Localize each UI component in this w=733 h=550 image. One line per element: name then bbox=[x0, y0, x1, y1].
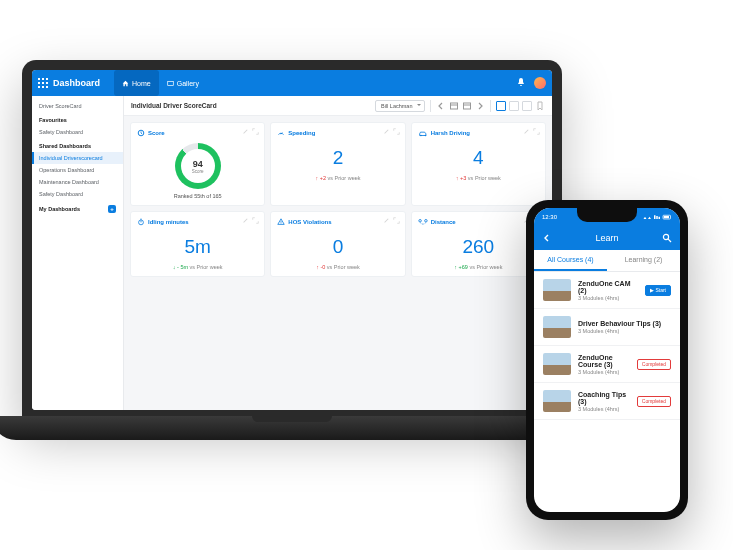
svg-rect-27 bbox=[659, 216, 661, 218]
date2-icon[interactable] bbox=[462, 101, 472, 111]
sidebar-head-shared[interactable]: Shared Dashboards bbox=[32, 138, 123, 152]
course-thumb bbox=[543, 390, 571, 412]
sidebar-item-scorecard[interactable]: Driver ScoreCard bbox=[32, 100, 123, 112]
card-title: Speeding bbox=[288, 130, 315, 136]
svg-rect-29 bbox=[664, 216, 669, 218]
svg-point-17 bbox=[424, 135, 426, 137]
value: 5m bbox=[137, 236, 258, 258]
completed-badge: Completed bbox=[637, 396, 671, 407]
app-title: Dashboard bbox=[53, 78, 100, 88]
card-harsh: Harsh Driving 4 ↑ +3 vs Prior week bbox=[411, 122, 546, 206]
cards-grid: Score 94Score Ranked 55th of 165 Speedin… bbox=[124, 116, 552, 410]
svg-rect-1 bbox=[42, 78, 44, 80]
card-title: Score bbox=[148, 130, 165, 136]
card-hos: HOS Violations 0 ↑ -0 vs Prior week bbox=[270, 211, 405, 277]
delta: ↑ +69 vs Prior week bbox=[418, 264, 539, 270]
edit-icon[interactable] bbox=[242, 128, 249, 135]
sidebar-head-mine[interactable]: My Dashboards+ bbox=[32, 200, 123, 216]
card-title: HOS Violations bbox=[288, 219, 331, 225]
svg-point-22 bbox=[281, 223, 282, 224]
edit-icon[interactable] bbox=[383, 217, 390, 224]
breadcrumb-bar: Individual Driver ScoreCard Bill Lachman bbox=[124, 96, 552, 116]
expand-icon[interactable] bbox=[496, 101, 506, 111]
svg-line-31 bbox=[668, 239, 671, 242]
list-item[interactable]: Driver Behaviour Tips (3)3 Modules (4hrs… bbox=[534, 309, 680, 346]
delta: ↑ +2 vs Prior week bbox=[277, 175, 398, 181]
tab-home-label: Home bbox=[132, 80, 151, 87]
bell-icon[interactable] bbox=[516, 77, 528, 89]
svg-rect-10 bbox=[451, 103, 458, 109]
phone-title: Learn bbox=[595, 233, 618, 243]
start-badge[interactable]: ▶ Start bbox=[645, 285, 671, 296]
svg-rect-2 bbox=[46, 78, 48, 80]
course-thumb bbox=[543, 353, 571, 375]
phone-tab-learning[interactable]: Learning (2) bbox=[607, 250, 680, 271]
course-thumb bbox=[543, 316, 571, 338]
svg-point-16 bbox=[420, 135, 422, 137]
next-icon[interactable] bbox=[475, 101, 485, 111]
edit-icon[interactable] bbox=[383, 128, 390, 135]
expand-card-icon[interactable] bbox=[393, 128, 400, 135]
edit-icon[interactable] bbox=[242, 217, 249, 224]
tab-home[interactable]: Home bbox=[114, 70, 159, 96]
value: 0 bbox=[277, 236, 398, 258]
add-dashboard-icon[interactable]: + bbox=[108, 205, 116, 213]
svg-rect-0 bbox=[38, 78, 40, 80]
card-title: Harsh Driving bbox=[431, 130, 470, 136]
driver-select[interactable]: Bill Lachman bbox=[375, 100, 425, 112]
phone-tab-all[interactable]: All Courses (4) bbox=[534, 250, 607, 271]
svg-rect-4 bbox=[42, 82, 44, 84]
more-icon[interactable] bbox=[522, 101, 532, 111]
card-score: Score 94Score Ranked 55th of 165 bbox=[130, 122, 265, 206]
phone-tabs: All Courses (4) Learning (2) bbox=[534, 250, 680, 272]
bookmark-icon[interactable] bbox=[535, 101, 545, 111]
score-gauge: 94Score bbox=[175, 143, 221, 189]
svg-rect-5 bbox=[46, 82, 48, 84]
sidebar-item-shared-2[interactable]: Maintenance Dashboard bbox=[32, 176, 123, 188]
desktop-view-icon[interactable] bbox=[509, 101, 519, 111]
app-menu-icon[interactable] bbox=[38, 78, 48, 88]
svg-rect-7 bbox=[42, 86, 44, 88]
prev-icon[interactable] bbox=[436, 101, 446, 111]
list-item[interactable]: Coaching Tips (3)3 Modules (4hrs) Comple… bbox=[534, 383, 680, 420]
edit-icon[interactable] bbox=[523, 128, 530, 135]
completed-badge: Completed bbox=[637, 359, 671, 370]
list-item[interactable]: ZenduOne Course (3)3 Modules (4hrs) Comp… bbox=[534, 346, 680, 383]
sidebar-item-fav[interactable]: Safety Dashboard bbox=[32, 126, 123, 138]
value: 4 bbox=[418, 147, 539, 169]
expand-card-icon[interactable] bbox=[252, 217, 259, 224]
expand-card-icon[interactable] bbox=[533, 128, 540, 135]
delta: ↑ +3 vs Prior week bbox=[418, 175, 539, 181]
avatar[interactable] bbox=[534, 77, 546, 89]
value: 260 bbox=[418, 236, 539, 258]
phone-appbar: Learn bbox=[534, 226, 680, 250]
list-item[interactable]: ZenduOne CAM (2)3 Modules (4hrs) ▶ Start bbox=[534, 272, 680, 309]
page-title: Individual Driver ScoreCard bbox=[131, 102, 217, 109]
date-icon[interactable] bbox=[449, 101, 459, 111]
svg-point-24 bbox=[424, 220, 427, 223]
back-icon[interactable] bbox=[542, 233, 552, 243]
card-idling: Idling minutes 5m ↓ - 5m vs Prior week bbox=[130, 211, 265, 277]
svg-rect-8 bbox=[46, 86, 48, 88]
svg-rect-25 bbox=[654, 215, 656, 219]
tab-gallery[interactable]: Gallery bbox=[159, 70, 207, 96]
laptop-mockup: Dashboard Home Gallery Driver ScoreCard … bbox=[22, 60, 562, 420]
delta: ↑ -0 vs Prior week bbox=[277, 264, 398, 270]
app-topbar: Dashboard Home Gallery bbox=[32, 70, 552, 96]
expand-card-icon[interactable] bbox=[252, 128, 259, 135]
svg-rect-26 bbox=[656, 216, 658, 219]
phone-mockup: 12:30 Learn All Courses (4) Learning (2)… bbox=[526, 200, 688, 520]
search-icon[interactable] bbox=[662, 233, 672, 243]
sidebar-head-favourites[interactable]: Favourites bbox=[32, 112, 123, 126]
delta: ↓ - 5m vs Prior week bbox=[137, 264, 258, 270]
expand-card-icon[interactable] bbox=[393, 217, 400, 224]
score-rank: Ranked 55th of 165 bbox=[137, 193, 258, 199]
phone-list: ZenduOne CAM (2)3 Modules (4hrs) ▶ Start… bbox=[534, 272, 680, 512]
sidebar-item-shared-1[interactable]: Operations Dashboard bbox=[32, 164, 123, 176]
value: 2 bbox=[277, 147, 398, 169]
svg-rect-3 bbox=[38, 82, 40, 84]
phone-time: 12:30 bbox=[542, 214, 557, 220]
sidebar-item-shared-3[interactable]: Safety Dashboard bbox=[32, 188, 123, 200]
sidebar-item-shared-0[interactable]: Individual Driverscorecard bbox=[32, 152, 123, 164]
card-title: Distance bbox=[431, 219, 456, 225]
